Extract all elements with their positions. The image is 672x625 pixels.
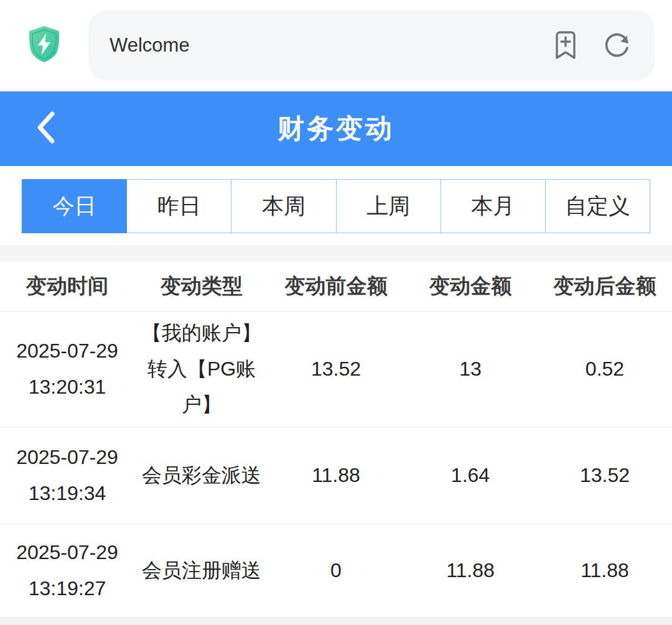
- chevron-left-icon: [35, 110, 56, 147]
- cell-change-type: 会员注册赠送: [134, 553, 269, 589]
- address-bar[interactable]: Welcome: [88, 10, 655, 81]
- tab-custom[interactable]: 自定义: [546, 179, 650, 233]
- cell-amount-after: 11.88: [538, 553, 672, 589]
- spacer: [0, 233, 672, 246]
- spacer: [0, 166, 672, 179]
- page-title: 财务变动: [278, 111, 394, 147]
- cell-amount-before: 0: [269, 553, 403, 589]
- change-clock: 13:20:31: [4, 369, 131, 405]
- cell-amount-after: 0.52: [538, 351, 672, 387]
- cell-change-amount: 13: [403, 351, 538, 387]
- change-clock: 13:19:27: [4, 571, 131, 607]
- cell-change-time: 2025-07-29 13:19:34: [0, 440, 134, 511]
- address-bar-actions: [551, 30, 632, 60]
- cell-change-amount: 11.88: [403, 553, 538, 589]
- cell-amount-before: 13.52: [269, 351, 403, 387]
- back-button[interactable]: [24, 91, 67, 166]
- cell-amount-after: 13.52: [538, 458, 672, 494]
- browser-toolbar: Welcome: [0, 0, 672, 91]
- table-header-row: 变动时间 变动类型 变动前金额 变动金额 变动后金额: [0, 261, 672, 311]
- change-date: 2025-07-29: [4, 440, 131, 476]
- date-filter-tabs: 今日 昨日 本周 上周 本月 自定义: [22, 179, 650, 233]
- address-text[interactable]: Welcome: [110, 34, 551, 57]
- screen: Welcome: [0, 0, 672, 625]
- table-row: 2025-07-29 13:19:27 会员注册赠送 0 11.88 11.88: [0, 524, 672, 617]
- col-header-change-type: 变动类型: [134, 272, 269, 300]
- refresh-icon[interactable]: [602, 30, 632, 60]
- change-clock: 13:19:34: [4, 476, 131, 512]
- cell-change-amount: 1.64: [403, 458, 538, 494]
- cell-change-type: 会员彩金派送: [134, 458, 269, 494]
- bottom-divider: [0, 617, 672, 625]
- tab-this-week[interactable]: 本周: [231, 179, 336, 233]
- page-header: 财务变动: [0, 91, 672, 166]
- tab-this-month[interactable]: 本月: [441, 179, 546, 233]
- shield-lightning-icon: [27, 25, 62, 66]
- change-date: 2025-07-29: [4, 333, 131, 369]
- cell-change-time: 2025-07-29 13:20:31: [0, 333, 134, 405]
- col-header-amount-before: 变动前金额: [269, 272, 403, 300]
- col-header-change-time: 变动时间: [0, 272, 134, 300]
- cell-amount-before: 11.88: [269, 458, 403, 494]
- cell-change-time: 2025-07-29 13:19:27: [0, 535, 134, 606]
- table-row: 2025-07-29 13:20:31 【我的账户】转入【PG账户】 13.52…: [0, 311, 672, 427]
- col-header-change-amount: 变动金额: [403, 272, 538, 300]
- transactions-table: 变动时间 变动类型 变动前金额 变动金额 变动后金额 2025-07-29 13…: [0, 261, 672, 617]
- tab-yesterday[interactable]: 昨日: [127, 179, 231, 233]
- section-divider: [0, 246, 672, 261]
- table-row: 2025-07-29 13:19:34 会员彩金派送 11.88 1.64 13…: [0, 427, 672, 524]
- cell-change-type: 【我的账户】转入【PG账户】: [134, 315, 269, 423]
- tab-today[interactable]: 今日: [22, 179, 127, 233]
- change-date: 2025-07-29: [4, 535, 131, 571]
- bookmark-add-icon[interactable]: [551, 30, 580, 60]
- col-header-amount-after: 变动后金额: [538, 272, 672, 300]
- tab-last-week[interactable]: 上周: [337, 179, 441, 233]
- site-icon-button[interactable]: [0, 25, 88, 66]
